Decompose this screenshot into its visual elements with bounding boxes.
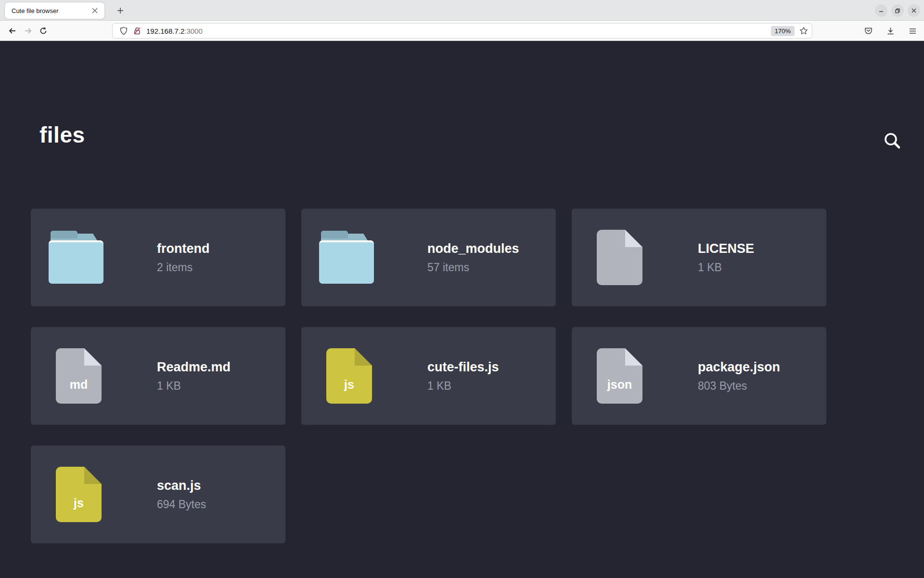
browser-tab[interactable]: Cute file browser (5, 2, 104, 19)
menu-hamburger-icon[interactable] (906, 24, 919, 38)
downloads-icon[interactable] (884, 24, 897, 38)
folded-corner (84, 467, 102, 484)
tracking-shield-icon[interactable] (119, 26, 128, 35)
window-restore-button[interactable] (891, 4, 904, 17)
folder-icon (49, 231, 107, 284)
file-card-LICENSE[interactable]: LICENSE 1 KB (572, 209, 826, 306)
insecure-lock-icon[interactable] (133, 26, 141, 35)
file-grid: frontend 2 items node_modules 57 items L… (31, 209, 826, 543)
file-browser-page: files frontend 2 items node_modules 57 i… (0, 41, 924, 578)
file-name: node_modules (427, 241, 519, 256)
file-card-cute-files.js[interactable]: js cute-files.js 1 KB (301, 327, 556, 425)
file-card-frontend[interactable]: frontend 2 items (31, 209, 285, 306)
file-card-package.json[interactable]: json package.json 803 Bytes (572, 327, 826, 425)
folded-corner (625, 348, 642, 366)
file-type-badge: js (56, 496, 102, 510)
zoom-level-badge[interactable]: 170% (771, 26, 795, 36)
browser-toolbar: 192.168.7.2:3000 170% (0, 21, 924, 41)
url-bar[interactable]: 192.168.7.2:3000 170% (112, 23, 812, 39)
new-tab-button[interactable] (114, 4, 127, 17)
file-size: 57 items (427, 261, 519, 274)
bookmark-star-icon[interactable] (799, 26, 808, 35)
file-type-badge: js (326, 378, 372, 392)
window-close-button[interactable] (908, 4, 920, 17)
url-port: :3000 (184, 27, 203, 35)
back-button[interactable] (5, 23, 20, 39)
file-name: package.json (698, 360, 780, 375)
file-name: cute-files.js (427, 360, 499, 375)
window-minimize-button[interactable] (875, 4, 887, 17)
folded-corner (355, 348, 372, 366)
reload-button[interactable] (36, 23, 51, 39)
file-card-scan.js[interactable]: js scan.js 694 Bytes (31, 446, 285, 543)
tab-close-icon[interactable] (90, 6, 100, 15)
folded-corner (625, 230, 642, 247)
site-security-icons (119, 26, 141, 35)
file-icon: js (56, 467, 102, 522)
file-name: scan.js (157, 478, 206, 493)
browser-tab-bar: Cute file browser (0, 0, 924, 21)
file-name: LICENSE (698, 241, 754, 256)
file-card-node_modules[interactable]: node_modules 57 items (301, 209, 556, 306)
file-type-badge: json (597, 378, 642, 392)
file-name: Readme.md (157, 360, 231, 375)
file-icon: md (56, 348, 102, 404)
file-type-badge: md (56, 378, 102, 392)
file-size: 1 KB (157, 380, 231, 393)
tab-title: Cute file browser (12, 7, 90, 14)
folder-icon (319, 231, 378, 284)
pocket-icon[interactable] (861, 24, 875, 38)
file-size: 1 KB (427, 380, 499, 393)
window-controls (875, 4, 920, 17)
file-icon (597, 230, 642, 285)
url-host: 192.168.7.2 (146, 27, 184, 35)
file-size: 1 KB (698, 261, 754, 274)
file-icon: json (597, 348, 642, 404)
file-icon: js (326, 348, 372, 404)
toolbar-right-icons (861, 23, 919, 39)
file-size: 694 Bytes (157, 498, 206, 511)
folded-corner (84, 348, 102, 366)
forward-button[interactable] (20, 23, 36, 39)
file-card-Readme.md[interactable]: md Readme.md 1 KB (31, 327, 285, 425)
file-size: 2 items (157, 261, 209, 274)
page-title: files (39, 122, 85, 148)
search-icon[interactable] (882, 131, 903, 152)
file-name: frontend (157, 241, 209, 256)
file-size: 803 Bytes (698, 380, 780, 393)
